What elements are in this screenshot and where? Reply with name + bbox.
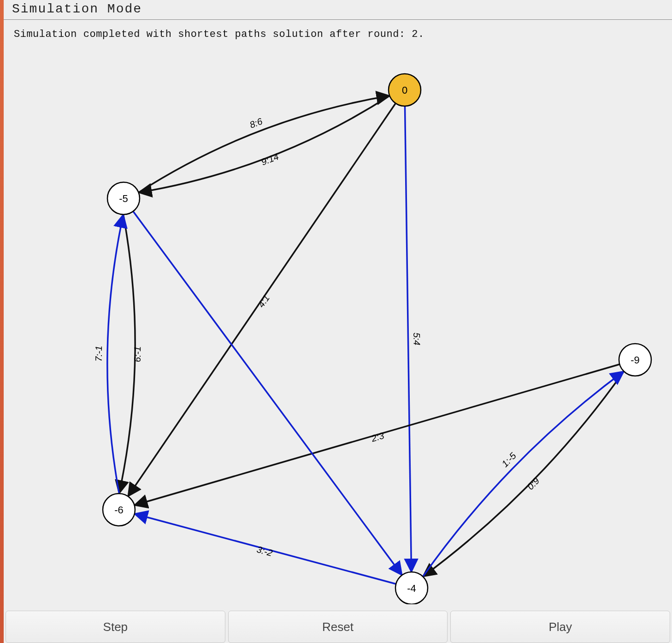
simulation-window: Simulation Mode Simulation completed wit…	[0, 0, 672, 643]
graph-edge[interactable]	[139, 96, 390, 193]
graph-edge[interactable]	[139, 96, 390, 193]
graph-canvas[interactable]: 9:148:66:-17:-14:15:42:30:91:-53:-20-5-9…	[4, 46, 668, 604]
node-label: -9	[631, 354, 640, 366]
edge-label: 8:6	[248, 116, 264, 130]
step-button[interactable]: Step	[6, 611, 225, 643]
edge-label: 7:-1	[94, 345, 104, 362]
status-message: Simulation completed with shortest paths…	[14, 29, 424, 40]
node-label: -5	[119, 193, 128, 204]
button-bar: Step Reset Play	[4, 611, 672, 643]
edge-label: 9:14	[259, 151, 280, 167]
left-accent	[0, 0, 4, 643]
graph-edge[interactable]	[107, 214, 124, 494]
reset-button[interactable]: Reset	[228, 611, 448, 643]
node-label: -6	[114, 504, 124, 516]
edge-label: 3:-2	[256, 544, 274, 558]
edge-label: 2:3	[370, 430, 385, 444]
window-title: Simulation Mode	[4, 0, 672, 20]
edge-label: 5:4	[412, 333, 422, 345]
edge-label: 6:-1	[132, 346, 143, 363]
graph-edge[interactable]	[423, 371, 624, 577]
node-label: 0	[402, 84, 407, 96]
edge-label: 4:1	[256, 293, 271, 309]
play-button[interactable]: Play	[450, 611, 670, 643]
graph-edge[interactable]	[423, 371, 624, 577]
edge-label: 0:9	[525, 476, 541, 492]
graph-edge[interactable]	[133, 211, 402, 575]
node-label: -4	[407, 583, 416, 594]
graph-edge[interactable]	[405, 106, 411, 572]
